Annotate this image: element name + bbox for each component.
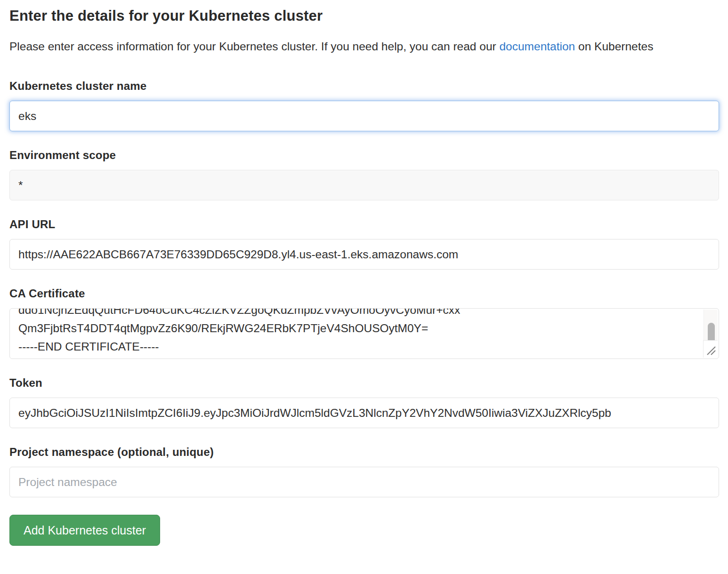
documentation-link[interactable]: documentation: [499, 40, 575, 53]
environment-scope-input: [9, 170, 719, 200]
ca-certificate-line-3: -----END CERTIFICATE-----: [18, 337, 694, 356]
token-input[interactable]: [9, 398, 719, 428]
cluster-name-label: Kubernetes cluster name: [9, 80, 719, 93]
api-url-label: API URL: [9, 218, 719, 231]
cluster-name-input[interactable]: [9, 101, 719, 131]
add-kubernetes-cluster-form: Enter the details for your Kubernetes cl…: [0, 0, 728, 574]
textarea-scrollbar-track[interactable]: [704, 310, 718, 340]
ca-certificate-line-2: Qm3FjbtRsT4DDT4qtMgpvZz6K90/REkjRWG24ERb…: [18, 319, 694, 337]
ca-certificate-line-clipped: ddo1NcjhZEdqQutHcFD64oCuKC4cZlZKVZZgoQKd…: [18, 309, 694, 319]
project-namespace-input[interactable]: [9, 467, 719, 497]
project-namespace-group: Project namespace (optional, unique): [9, 446, 719, 497]
intro-before-link: Please enter access information for your…: [9, 40, 499, 53]
environment-scope-label: Environment scope: [9, 149, 719, 162]
token-label: Token: [9, 376, 719, 390]
ca-certificate-label: CA Certificate: [9, 287, 719, 300]
cluster-name-group: Kubernetes cluster name: [9, 80, 719, 131]
intro-text: Please enter access information for your…: [9, 37, 706, 56]
ca-certificate-group: CA Certificate ddo1NcjhZEdqQutHcFD64oCuK…: [9, 287, 719, 359]
environment-scope-group: Environment scope: [9, 149, 719, 200]
page-title: Enter the details for your Kubernetes cl…: [9, 8, 719, 24]
api-url-group: API URL: [9, 218, 719, 270]
intro-after-link: on Kubernetes: [575, 40, 653, 53]
ca-certificate-textarea[interactable]: ddo1NcjhZEdqQutHcFD64oCuKC4cZlZKVZZgoQKd…: [9, 308, 719, 359]
ca-certificate-content: ddo1NcjhZEdqQutHcFD64oCuKC4cZlZKVZZgoQKd…: [10, 309, 703, 359]
add-kubernetes-cluster-button[interactable]: Add Kubernetes cluster: [9, 515, 160, 546]
token-group: Token: [9, 376, 719, 428]
textarea-resize-grip-icon[interactable]: [703, 340, 718, 358]
project-namespace-label: Project namespace (optional, unique): [9, 446, 719, 459]
api-url-input[interactable]: [9, 239, 719, 270]
